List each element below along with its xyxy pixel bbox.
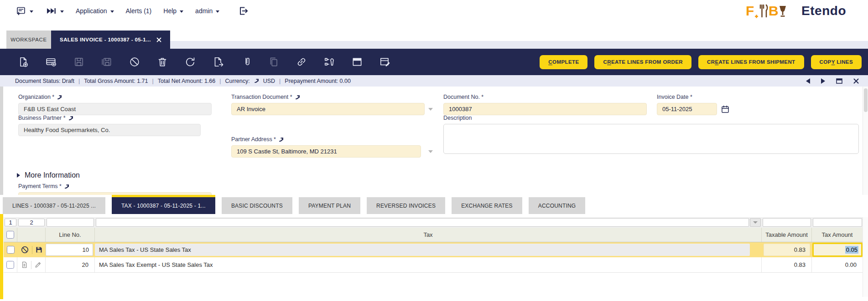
cancel-edit-icon[interactable] [21, 245, 29, 254]
filter-cell-2[interactable]: 2 [18, 219, 45, 226]
tab-workspace[interactable]: WORKSPACE [6, 31, 51, 49]
save-row-icon[interactable] [35, 246, 43, 254]
export-icon[interactable] [212, 56, 224, 68]
calendar-icon[interactable] [721, 105, 730, 114]
fb-client-logo: F B [746, 2, 788, 20]
link-arrow-icon[interactable] [57, 95, 62, 100]
row-checkbox[interactable] [6, 261, 14, 269]
column-header-taxable-amount[interactable]: Taxable Amount [762, 228, 812, 242]
column-header-line-no[interactable]: Line No. [46, 228, 95, 242]
currency-value: USD [263, 78, 275, 84]
chevron-down-icon[interactable] [428, 108, 433, 111]
record-info-icon[interactable] [21, 261, 28, 269]
column-header-tax[interactable]: Tax [95, 228, 762, 242]
tab-tax[interactable]: TAX - 1000387 - 05-11-2025 - 1... [112, 195, 215, 214]
close-icon[interactable] [853, 78, 859, 84]
delete-icon[interactable] [156, 56, 168, 68]
filter-tax-input[interactable] [96, 218, 749, 227]
row-buttons-header [17, 228, 46, 242]
form-view-icon[interactable] [379, 56, 391, 68]
taxable-amount-cell[interactable]: 0.83 [762, 257, 812, 272]
line-no-edit-cell[interactable]: 10 [46, 244, 93, 256]
create-lines-from-shipment-button[interactable]: CREATE LINES FROM SHIPMENT [698, 55, 804, 69]
filter-cell-1[interactable]: 1 [5, 219, 16, 226]
refresh-icon[interactable] [184, 56, 196, 68]
filter-options-dropdown[interactable] [750, 218, 761, 227]
quick-launch-menu[interactable] [45, 5, 64, 16]
edit-row-icon[interactable] [34, 261, 42, 269]
create-lines-from-order-button[interactable]: CREATE LINES FROM ORDER [594, 55, 691, 69]
tax-grid: 1 2 Line No. Tax Taxable Amount Tax Amou… [4, 217, 863, 273]
form-scrollbar[interactable] [863, 87, 868, 195]
svg-text:B: B [769, 3, 779, 18]
complete-button[interactable]: COMPLETE [540, 55, 587, 69]
create-new-icon [16, 5, 26, 16]
tab-exchange-rates[interactable]: EXCHANGE RATES [452, 197, 522, 214]
help-menu-label: Help [163, 7, 177, 15]
tab-accounting[interactable]: ACCOUNTING [529, 197, 586, 214]
help-menu[interactable]: Help [163, 7, 183, 15]
line-no-cell[interactable]: 20 [46, 257, 95, 272]
copy-lines-button[interactable]: COPY LINES [811, 55, 862, 69]
link-arrow-icon[interactable] [295, 95, 300, 100]
invoice-date-field[interactable]: 05-11-2025 [657, 103, 717, 115]
select-all-checkbox[interactable] [6, 231, 14, 239]
taxable-amount-cell[interactable]: 0.83 [764, 244, 810, 256]
create-new-menu[interactable] [16, 5, 33, 16]
logout-button[interactable] [238, 5, 249, 16]
organization-field[interactable]: F&B US East Coast [18, 103, 212, 115]
tax-grid-section: 1 2 Line No. Tax Taxable Amount Tax Amou… [0, 214, 868, 301]
window-tabstrip: WORKSPACE SALES INVOICE - 1000387 - 05-1… [0, 22, 868, 49]
tab-payment-plan[interactable]: PAYMENT PLAN [299, 197, 360, 214]
etendo-app-window: Application Alerts (1) Help admin [0, 0, 868, 301]
table-row[interactable]: 20 MA Sales Tax Exempt - US State Sales … [4, 257, 863, 273]
business-partner-label: Business Partner * [18, 115, 201, 121]
maximize-view-icon[interactable] [351, 56, 363, 68]
new-document-icon[interactable] [17, 56, 29, 68]
alerts-menu[interactable]: Alerts (1) [126, 7, 152, 15]
link-arrow-icon[interactable] [64, 184, 69, 189]
tax-cell[interactable]: MA Sales Tax - US State Sales Tax [95, 244, 750, 256]
filter-line-no-input[interactable] [47, 218, 94, 227]
link-arrow-icon[interactable] [68, 116, 73, 121]
invoice-date-label: Invoice Date * [657, 94, 730, 100]
tab-basic-discounts[interactable]: BASIC DISCOUNTS [222, 197, 292, 214]
tab-lines[interactable]: LINES - 1000387 - 05-11-2025 ... [3, 197, 105, 214]
link-icon[interactable] [296, 56, 307, 68]
partner-address-field[interactable]: 109 S Castle St, Baltimore, MD 21231 [231, 145, 421, 158]
application-menu[interactable]: Application [76, 7, 114, 15]
next-record-icon[interactable] [821, 78, 825, 84]
link-arrow-icon[interactable] [254, 78, 259, 83]
grid-scrollbar[interactable] [863, 217, 868, 297]
tax-cell[interactable]: MA Sales Tax Exempt - US State Sales Tax [95, 257, 762, 272]
row-checkbox[interactable] [7, 246, 15, 254]
etendo-logo: Etendo [801, 4, 846, 18]
transaction-document-field[interactable]: AR Invoice [231, 103, 425, 115]
tab-reversed-invoices[interactable]: REVERSED INVOICES [367, 197, 445, 214]
business-partner-field[interactable]: Healthy Food Supermarkets, Co. [18, 124, 201, 136]
chevron-down-icon [110, 10, 114, 13]
undo-icon[interactable] [129, 56, 140, 68]
grid-filter-row: 1 2 [4, 217, 863, 228]
user-menu[interactable]: admin [195, 7, 219, 15]
description-input[interactable] [443, 124, 859, 154]
chevron-down-icon[interactable] [428, 150, 433, 153]
tab-sales-invoice[interactable]: SALES INVOICE - 1000387 - 05-1... [51, 31, 170, 49]
audit-trail-icon[interactable] [323, 56, 335, 68]
previous-record-icon[interactable] [806, 78, 810, 84]
new-row-icon[interactable] [45, 56, 57, 68]
table-row[interactable]: 10 MA Sales Tax - US State Sales Tax 0.8… [4, 242, 863, 257]
column-header-tax-amount[interactable]: Tax Amount [812, 228, 863, 242]
filter-tax-amount-input[interactable] [813, 218, 862, 227]
maximize-icon[interactable] [836, 78, 842, 84]
attachments-icon[interactable] [240, 56, 252, 68]
tax-amount-edit-cell[interactable]: 0.05 [812, 243, 863, 257]
organization-label: Organization * [18, 94, 212, 100]
tax-amount-cell[interactable]: 0.00 [812, 257, 863, 272]
close-icon[interactable] [156, 37, 161, 42]
more-information-toggle[interactable]: More Information [17, 171, 80, 179]
filter-taxable-amount-input[interactable] [763, 218, 811, 227]
document-no-field[interactable]: 1000387 [443, 103, 647, 115]
link-arrow-icon[interactable] [279, 137, 284, 142]
document-statusbar: Document Status: Draft | Total Gross Amo… [0, 75, 868, 87]
